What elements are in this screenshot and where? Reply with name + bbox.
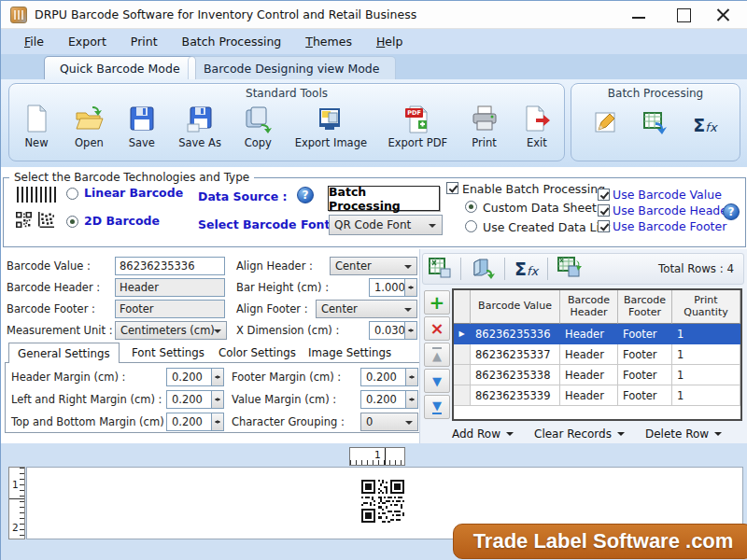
data-source-help-icon[interactable]: ? <box>297 187 314 203</box>
cell-barcode-value[interactable]: 86236235336 <box>471 324 560 344</box>
exit-button[interactable]: Exit <box>521 104 553 149</box>
import-datasheet-icon[interactable] <box>642 111 669 138</box>
row-selector[interactable] <box>454 385 471 406</box>
copy-records-icon[interactable] <box>471 257 495 282</box>
menu-file[interactable]: File <box>14 31 54 52</box>
col-barcode-value[interactable]: Barcode Value <box>471 290 560 324</box>
footer-margin-spinner[interactable]: 0.200 <box>360 368 418 386</box>
cell-print-quantity[interactable]: 1 <box>672 385 740 406</box>
tab-general-settings[interactable]: General Settings <box>8 343 120 363</box>
2d-barcode-radio[interactable] <box>66 216 78 228</box>
export-image-button[interactable]: Export Image <box>295 104 367 149</box>
sum-function-icon[interactable]: Σfx <box>693 115 716 135</box>
import-excel-icon[interactable] <box>557 257 582 282</box>
col-barcode-footer[interactable]: Barcode Footer <box>618 290 672 324</box>
tab-barcode-designing-view-mode[interactable]: Barcode Designing view Mode <box>188 56 396 79</box>
value-margin-spinner[interactable]: 0.200 <box>360 390 418 409</box>
cell-barcode-footer[interactable]: Footer <box>618 365 672 385</box>
move-down-button[interactable]: ▼ <box>424 369 450 393</box>
barcode-font-dropdown[interactable]: QR Code Font <box>329 215 443 235</box>
tab-color-settings[interactable]: Color Settings <box>210 343 304 363</box>
custom-data-sheet-radio[interactable] <box>465 201 477 213</box>
cell-barcode-header[interactable]: Header <box>560 324 618 344</box>
lr-margin-spin-arrows[interactable] <box>211 391 223 408</box>
move-bottom-button[interactable]: ▼ <box>424 395 450 419</box>
cell-barcode-footer[interactable]: Footer <box>618 324 672 344</box>
use-barcode-value-checkbox[interactable] <box>598 189 610 201</box>
barcode-value-input[interactable] <box>115 257 225 275</box>
cell-print-quantity[interactable]: 1 <box>672 324 740 344</box>
bar-height-spin-arrows[interactable] <box>404 279 416 296</box>
sum-function-icon[interactable]: Σfx <box>514 259 538 279</box>
table-row[interactable]: 86236235339 Header Footer 1 <box>454 385 740 406</box>
barcode-header-input[interactable] <box>115 278 225 297</box>
use-barcode-footer-checkbox[interactable] <box>598 220 610 232</box>
cell-barcode-footer[interactable]: Footer <box>618 385 672 406</box>
cell-barcode-value[interactable]: 86236235339 <box>471 385 560 406</box>
tb-margin-spinner[interactable]: 0.200 <box>166 413 224 431</box>
save-button[interactable]: Save <box>126 104 158 149</box>
batch-processing-button[interactable]: Batch Processing <box>328 186 440 211</box>
menu-themes[interactable]: Themes <box>295 31 362 52</box>
copy-button[interactable]: Copy <box>242 104 274 149</box>
edit-data-pencil-icon[interactable] <box>594 111 618 138</box>
menu-print[interactable]: Print <box>120 31 168 52</box>
delete-row-button[interactable]: Delete Row <box>645 427 722 441</box>
move-top-button[interactable]: ▲ <box>424 343 450 367</box>
enable-batch-checkbox[interactable] <box>446 182 458 194</box>
footer-margin-spin-arrows[interactable] <box>405 369 417 385</box>
col-print-quantity[interactable]: Print Quantity <box>672 290 740 324</box>
x-dimension-spin-arrows[interactable] <box>404 322 416 339</box>
linear-barcode-radio[interactable] <box>66 188 78 200</box>
col-barcode-header[interactable]: Barcode Header <box>560 290 618 324</box>
new-button[interactable]: New <box>21 104 52 149</box>
cell-barcode-value[interactable]: 86236235338 <box>471 365 560 385</box>
qr-code-preview[interactable] <box>361 479 404 526</box>
open-button[interactable]: Open <box>73 104 105 149</box>
delete-record-button[interactable]: × <box>424 316 450 341</box>
barcode-footer-input[interactable] <box>115 300 225 318</box>
row-selector[interactable] <box>454 365 471 385</box>
add-row-button[interactable]: Add Row <box>452 427 514 441</box>
cell-print-quantity[interactable]: 1 <box>672 365 740 385</box>
value-margin-spin-arrows[interactable] <box>405 391 417 408</box>
add-record-button[interactable]: + <box>424 290 450 315</box>
close-icon[interactable] <box>707 5 739 25</box>
cell-print-quantity[interactable]: 1 <box>672 344 740 365</box>
header-margin-spinner[interactable]: 0.200 <box>166 368 224 386</box>
x-dimension-spinner[interactable]: 0.030 <box>369 321 417 340</box>
tab-quick-barcode-mode[interactable]: Quick Barcode Mode <box>44 56 196 79</box>
cell-barcode-header[interactable]: Header <box>560 365 618 385</box>
excel-sheet-icon[interactable] <box>429 258 451 281</box>
menu-help[interactable]: Help <box>366 31 414 52</box>
table-row[interactable]: ▶ 86236235336 Header Footer 1 <box>454 324 740 344</box>
row-selector[interactable] <box>454 344 471 365</box>
print-button[interactable]: Print <box>469 104 500 149</box>
bar-height-spinner[interactable]: 1.000 <box>369 278 417 297</box>
measurement-unit-dropdown[interactable]: Centimeters (cm) <box>115 321 227 340</box>
lr-margin-spinner[interactable]: 0.200 <box>166 390 224 409</box>
menu-export[interactable]: Export <box>58 31 117 52</box>
maximize-icon[interactable] <box>668 5 699 25</box>
tab-font-settings[interactable]: Font Settings <box>123 343 213 363</box>
table-row[interactable]: 86236235337 Header Footer 1 <box>454 344 740 365</box>
tab-image-settings[interactable]: Image Settings <box>300 343 400 363</box>
minimize-icon[interactable] <box>623 5 655 25</box>
use-created-data-list-radio[interactable] <box>465 220 477 232</box>
align-footer-dropdown[interactable]: Center <box>316 300 417 318</box>
clear-records-button[interactable]: Clear Records <box>534 427 625 441</box>
tb-margin-spin-arrows[interactable] <box>211 413 223 430</box>
align-header-dropdown[interactable]: Center <box>330 257 417 275</box>
use-barcode-header-checkbox[interactable] <box>598 204 610 217</box>
batch-options-help-icon[interactable]: ? <box>723 203 740 220</box>
cell-barcode-header[interactable]: Header <box>560 385 618 406</box>
save-as-button[interactable]: Save As <box>178 104 221 149</box>
character-grouping-dropdown[interactable]: 0 <box>360 413 418 431</box>
cell-barcode-footer[interactable]: Footer <box>618 344 672 365</box>
menu-batch-processing[interactable]: Batch Processing <box>172 31 292 52</box>
cell-barcode-header[interactable]: Header <box>560 344 618 365</box>
table-row[interactable]: 86236235338 Header Footer 1 <box>454 365 740 385</box>
header-margin-spin-arrows[interactable] <box>211 369 223 385</box>
export-pdf-button[interactable]: PDF Export PDF <box>388 104 447 149</box>
cell-barcode-value[interactable]: 86236235337 <box>471 344 560 365</box>
